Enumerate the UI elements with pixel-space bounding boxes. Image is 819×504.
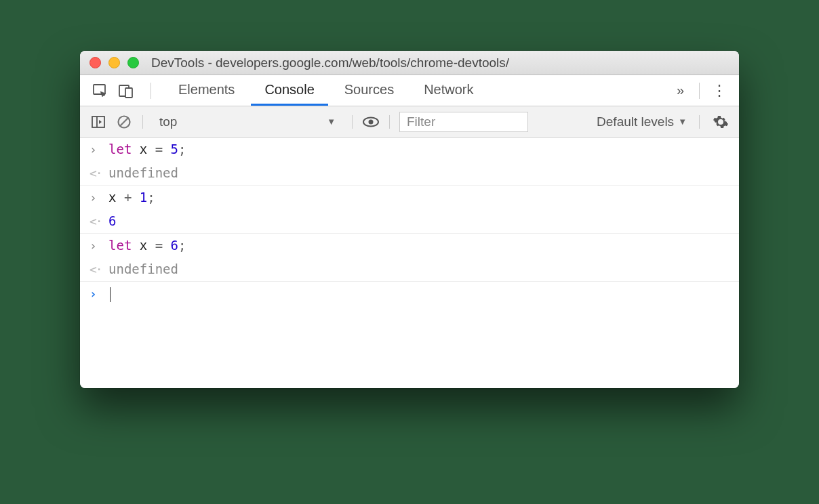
code-text: x + 1; [108, 186, 155, 209]
dropdown-triangle-icon: ▼ [327, 117, 336, 127]
output-chevron-icon: <· [89, 257, 108, 281]
dropdown-triangle-icon: ▼ [678, 117, 687, 127]
input-chevron-icon: › [89, 138, 108, 161]
tab-sources[interactable]: Sources [331, 75, 407, 106]
close-window-button[interactable] [89, 57, 101, 68]
console-output: ›let x = 5;<·undefined›x + 1;<·6›let x =… [80, 138, 739, 388]
window-title: DevTools - developers.google.com/web/too… [151, 56, 509, 70]
console-output-line: <·undefined [80, 257, 739, 282]
svg-rect-2 [125, 88, 132, 98]
svg-rect-3 [92, 117, 104, 127]
divider [699, 115, 700, 129]
devtools-window: DevTools - developers.google.com/web/too… [80, 51, 739, 388]
prompt-chevron-icon: › [89, 282, 108, 306]
code-text: let x = 6; [108, 234, 186, 257]
console-input-line: ›let x = 6; [80, 234, 739, 257]
tab-console[interactable]: Console [251, 75, 327, 106]
divider [389, 115, 390, 129]
clear-console-icon[interactable] [115, 113, 133, 131]
code-text: let x = 5; [108, 138, 186, 161]
input-chevron-icon: › [89, 186, 108, 209]
zoom-window-button[interactable] [127, 57, 139, 68]
code-text: undefined [108, 257, 178, 280]
output-chevron-icon: <· [89, 161, 108, 185]
tabs-row: ElementsConsoleSourcesNetwork » ⋮ [80, 75, 739, 106]
divider [142, 115, 143, 129]
code-text: 6 [108, 209, 116, 232]
log-levels-select[interactable]: Default levels ▼ [597, 114, 687, 129]
live-expression-icon[interactable] [362, 113, 380, 131]
tab-elements[interactable]: Elements [165, 75, 248, 106]
code-text: undefined [108, 161, 178, 184]
device-toolbar-icon[interactable] [118, 83, 134, 99]
log-levels-label: Default levels [597, 114, 674, 129]
divider [151, 83, 151, 99]
output-chevron-icon: <· [89, 209, 108, 233]
console-output-line: <·6 [80, 209, 739, 234]
console-output-line: <·undefined [80, 161, 739, 186]
panel-tabs: ElementsConsoleSourcesNetwork [165, 75, 668, 106]
divider [699, 83, 700, 99]
svg-point-8 [369, 119, 374, 124]
input-chevron-icon: › [89, 234, 108, 257]
filter-input[interactable] [399, 112, 528, 132]
execution-context-select[interactable]: top ▼ [153, 113, 342, 131]
execution-context-label: top [159, 114, 177, 129]
console-settings-icon[interactable] [712, 113, 730, 131]
sidebar-toggle-icon[interactable] [89, 113, 107, 131]
titlebar: DevTools - developers.google.com/web/too… [80, 51, 739, 75]
tab-network[interactable]: Network [410, 75, 487, 106]
prompt-input[interactable] [108, 282, 111, 305]
console-input-line: ›let x = 5; [80, 138, 739, 161]
console-toolbar: top ▼ Default levels ▼ [80, 106, 739, 138]
console-input-line: ›x + 1; [80, 186, 739, 209]
traffic-lights [89, 57, 139, 68]
console-prompt[interactable]: › [80, 282, 739, 306]
settings-menu-icon[interactable]: ⋮ [706, 82, 732, 100]
inspect-element-icon[interactable] [92, 83, 108, 99]
minimize-window-button[interactable] [108, 57, 120, 68]
svg-line-6 [120, 118, 128, 126]
more-tabs-icon[interactable]: » [677, 83, 684, 98]
divider [352, 115, 353, 129]
